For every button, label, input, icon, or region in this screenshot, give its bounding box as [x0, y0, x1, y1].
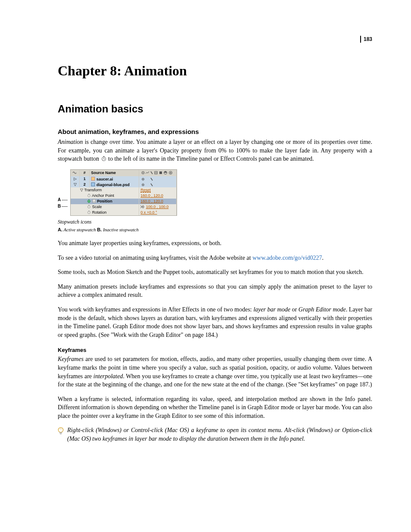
- anchor-point-row: Anchor Point 160.0 , 120.0: [71, 193, 177, 199]
- page-number: 183: [364, 36, 372, 42]
- term-graph-editor: Graph Editor mode: [299, 306, 346, 313]
- index-column: #: [80, 170, 90, 176]
- term-animation: Animation: [58, 139, 83, 145]
- svg-point-23: [88, 206, 90, 208]
- lightbulb-icon: [58, 427, 64, 436]
- paragraph-video-link: To see a video tutorial on animating usi…: [58, 254, 372, 262]
- stopwatch-icon: [101, 156, 107, 162]
- paragraph-presets: Many animation presets include keyframes…: [58, 283, 372, 299]
- svg-point-18: [88, 195, 90, 197]
- svg-rect-19: [89, 194, 90, 195]
- video-text: To see a video tutorial on animating usi…: [58, 255, 252, 261]
- page-number-separator: [360, 36, 361, 43]
- layer-1-row: ▷ 1 saucer.ai: [71, 176, 177, 182]
- intro-text-2: to the left of its name in the Timeline …: [107, 156, 314, 162]
- caption-legend: A. Active stopwatch B. Inactive stopwatc…: [58, 227, 372, 233]
- svg-point-20: [88, 200, 90, 203]
- subsection-title: About animation, keyframes, and expressi…: [58, 128, 372, 135]
- svg-rect-21: [89, 199, 90, 200]
- rotation-row: Rotation 0 x +0.0 °: [71, 210, 177, 215]
- svg-rect-1: [103, 156, 104, 157]
- svg-point-17: [143, 184, 143, 185]
- shy-column: [71, 170, 80, 176]
- svg-rect-12: [91, 177, 95, 180]
- position-row: Position 160.0 , 120.0: [71, 199, 177, 204]
- adobe-link[interactable]: www.adobe.com/go/vid0227: [252, 255, 322, 261]
- layer-1-index: 1: [80, 176, 90, 182]
- switches-header: [139, 170, 177, 176]
- term-keyframes: Keyframes: [58, 356, 84, 362]
- svg-rect-24: [89, 205, 90, 206]
- layer-2-row: ▽ 2 diagonal-blue.psd: [71, 182, 177, 187]
- transform-row: ▽ Transform Reset: [71, 187, 177, 193]
- scale-value: 100.0 , 100.0: [139, 204, 177, 210]
- paragraph-keyframes-def: Keyframes are used to set parameters for…: [58, 355, 372, 389]
- intro-paragraph: Animation is change over time. You anima…: [58, 138, 372, 163]
- svg-point-25: [88, 212, 90, 214]
- paragraph-modes: You work with keyframes and expressions …: [58, 305, 372, 339]
- figure-stopwatch: A B # Source Name: [58, 169, 372, 216]
- scale-row: Scale 100.0 , 100.0: [71, 204, 177, 210]
- timeline-panel: # Source Name: [70, 169, 177, 216]
- twirl-icon: ▷: [71, 176, 80, 182]
- svg-point-11: [170, 172, 171, 174]
- panel-header: # Source Name: [71, 170, 177, 176]
- caption-title: Stopwatch icons: [58, 218, 372, 226]
- layer-2-switches: [139, 182, 177, 187]
- tip-block: Right-click (Windows) or Control-click (…: [58, 426, 372, 443]
- chapter-title: Chapter 8: Animation: [58, 63, 372, 79]
- svg-point-14: [143, 179, 143, 180]
- svg-rect-26: [89, 211, 90, 212]
- page-number-bar: 183: [58, 35, 372, 43]
- transform-label: ▽ Transform: [71, 187, 139, 193]
- scale-label: Scale: [71, 204, 139, 210]
- anchor-point-label: Anchor Point: [71, 193, 139, 199]
- section-title: Animation basics: [58, 103, 372, 115]
- paragraph-tools: Some tools, such as Motion Sketch and th…: [58, 268, 372, 277]
- rotation-label: Rotation: [71, 210, 139, 215]
- anchor-point-value: 160.0 , 120.0: [139, 193, 177, 199]
- keyframes-heading: Keyframes: [58, 347, 372, 353]
- paragraph-keyframes-expr: You animate layer properties using keyfr…: [58, 239, 372, 248]
- layer-2-index: 2: [80, 182, 90, 187]
- figure-caption: Stopwatch icons A. Active stopwatch B. I…: [58, 218, 372, 233]
- term-layer-bar: layer bar mode: [253, 306, 290, 313]
- svg-point-6: [143, 172, 143, 173]
- twirl-open-icon: ▽: [71, 182, 80, 187]
- layer-1-name: saucer.ai: [90, 176, 139, 182]
- source-name-header: Source Name: [90, 170, 139, 176]
- position-value: 160.0 , 120.0: [139, 199, 177, 204]
- svg-rect-8: [159, 171, 162, 174]
- video-text-end: .: [322, 255, 324, 261]
- page-content: 183 Chapter 8: Animation Animation basic…: [0, 0, 411, 469]
- figure-label-a: A: [58, 197, 68, 202]
- term-interpolated: interpolated: [93, 373, 123, 380]
- figure-labels: A B: [58, 169, 68, 209]
- position-label: Position: [71, 199, 139, 204]
- layer-1-switches: [139, 176, 177, 182]
- figure-label-b: B: [58, 203, 68, 209]
- rotation-value: 0 x +0.0 °: [139, 210, 177, 215]
- tip-text: Right-click (Windows) or Control-click (…: [67, 426, 372, 443]
- paragraph-keyframe-info: When a keyframe is selected, information…: [58, 395, 372, 420]
- transform-reset: Reset: [139, 187, 177, 193]
- svg-rect-15: [91, 183, 95, 186]
- layer-2-name: diagonal-blue.psd: [90, 182, 139, 187]
- svg-line-4: [104, 159, 105, 159]
